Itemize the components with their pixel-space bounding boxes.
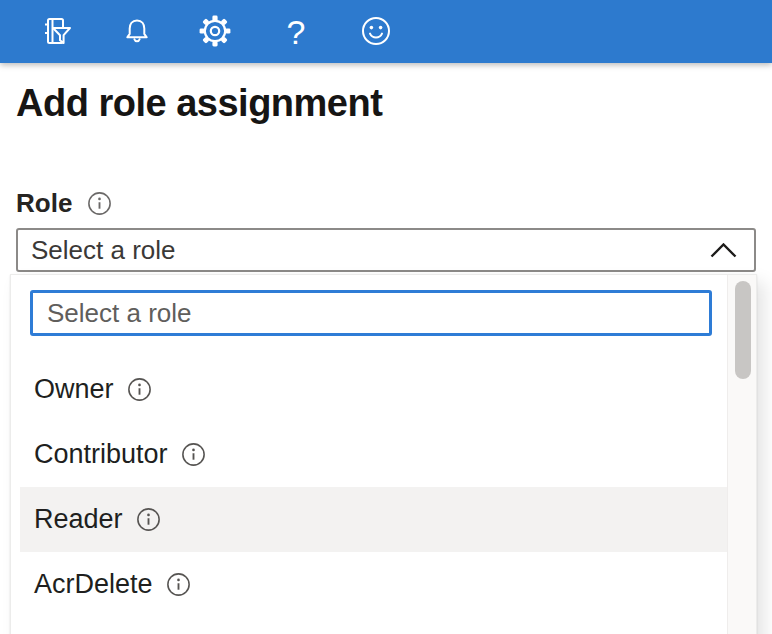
role-option-label: AcrDelete <box>34 569 153 600</box>
role-info-icon[interactable] <box>87 191 112 216</box>
notifications-bell-icon <box>122 16 152 49</box>
scrollbar-thumb[interactable] <box>735 281 751 379</box>
chevron-up-icon <box>710 243 737 258</box>
info-icon[interactable] <box>166 572 191 597</box>
info-icon[interactable] <box>181 442 206 467</box>
role-label: Role <box>16 188 72 219</box>
notifications-button[interactable] <box>116 11 158 53</box>
top-bar: ? <box>0 0 772 63</box>
subscription-filter-icon <box>38 14 72 51</box>
info-icon[interactable] <box>127 377 152 402</box>
settings-button[interactable] <box>194 11 236 53</box>
role-option-label: Owner <box>34 374 114 405</box>
azure-portal-screen: ? Add role assignment Role <box>0 0 772 634</box>
feedback-smiley-icon <box>360 15 392 50</box>
role-option-label: Reader <box>34 504 123 535</box>
role-option-acrdelete[interactable]: AcrDelete <box>20 552 730 617</box>
role-search-input[interactable] <box>30 290 712 336</box>
page-title: Add role assignment <box>16 82 382 125</box>
feedback-button[interactable] <box>355 11 397 53</box>
help-button[interactable]: ? <box>275 11 317 53</box>
role-field-label-row: Role <box>16 188 112 219</box>
role-option-label: Contributor <box>34 439 168 470</box>
role-option-contributor[interactable]: Contributor <box>20 422 730 487</box>
role-combobox-value: Select a role <box>31 235 176 266</box>
role-dropdown-panel: Owner Contributor <box>10 274 757 634</box>
role-option-owner[interactable]: Owner <box>20 357 730 422</box>
info-icon[interactable] <box>136 507 161 532</box>
role-combobox[interactable]: Select a role <box>16 228 756 272</box>
role-options-list: Owner Contributor <box>20 357 730 617</box>
help-question-icon: ? <box>287 15 306 49</box>
subscription-filter-button[interactable] <box>34 11 76 53</box>
scrollbar-track[interactable] <box>727 275 756 634</box>
role-option-reader[interactable]: Reader <box>20 487 730 552</box>
settings-gear-icon <box>199 15 231 50</box>
